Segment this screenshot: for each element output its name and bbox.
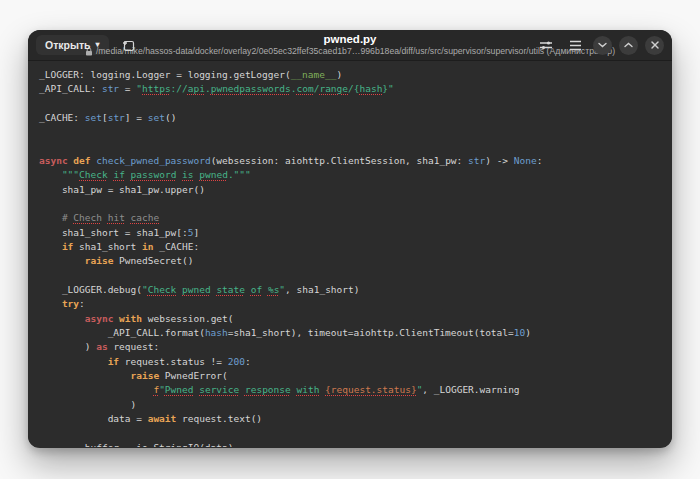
- code-line: _API_CALL.format(hash=sha1_short), timeo…: [39, 326, 672, 340]
- main-menu-icon: [569, 40, 582, 51]
- close-icon: [651, 41, 659, 49]
- code-line: ) as request:: [39, 340, 672, 354]
- code-line: [39, 197, 672, 211]
- window-title: pwned.py: [110, 33, 590, 46]
- code-line: async def check_pwned_password(websessio…: [39, 154, 672, 168]
- code-line: # Chech hit cache: [39, 211, 672, 225]
- code-line: _LOGGER.debug("Check pwned state of %s",…: [39, 283, 672, 297]
- code-line: if request.status != 200:: [39, 355, 672, 369]
- code-line: data = await request.text(): [39, 412, 672, 426]
- code-line: sha1_pw = sha1_pw.upper(): [39, 183, 672, 197]
- text-editor-window: Открыть ▾ pwned.py: [28, 30, 672, 448]
- code-line: _API_CALL: str = "https://api.pwnedpassw…: [39, 82, 672, 96]
- code-line: raise PwnedError(: [39, 369, 672, 383]
- code-line: raise PwnedSecret(): [39, 254, 672, 268]
- tab-new-icon: [122, 39, 135, 52]
- chevron-down-icon: ▾: [96, 41, 100, 49]
- minimize-button[interactable]: [593, 36, 612, 55]
- code-line: """Check if password is pwned.""": [39, 168, 672, 182]
- code-line: try:: [39, 297, 672, 311]
- code-lines: _LOGGER: logging.Logger = logging.getLog…: [39, 68, 672, 447]
- code-line: [39, 140, 672, 154]
- chevron-down-icon: [598, 42, 607, 48]
- code-line: _CACHE: set[str] = set(): [39, 111, 672, 125]
- headerbar-left: Открыть ▾: [36, 33, 141, 57]
- maximize-button[interactable]: [619, 36, 638, 55]
- code-line: [39, 125, 672, 139]
- code-line: _LOGGER: logging.Logger = logging.getLog…: [39, 68, 672, 82]
- open-button-label: Открыть: [45, 39, 91, 51]
- code-line: buffer = io.StringIO(data): [39, 441, 672, 447]
- code-line: if sha1_short in _CACHE:: [39, 240, 672, 254]
- headerbar-right: [535, 34, 664, 56]
- chevron-up-icon: [624, 42, 633, 48]
- tune-button[interactable]: [535, 34, 557, 56]
- close-button[interactable]: [645, 36, 664, 55]
- headerbar: Открыть ▾ pwned.py: [28, 30, 672, 61]
- code-editor[interactable]: _LOGGER: logging.Logger = logging.getLog…: [28, 61, 672, 447]
- new-tab-button[interactable]: [117, 33, 141, 57]
- main-menu-button[interactable]: [564, 34, 586, 56]
- code-line: async with websession.get(: [39, 312, 672, 326]
- code-line: sha1_short = sha1_pw[:5]: [39, 226, 672, 240]
- open-button[interactable]: Открыть ▾: [36, 35, 109, 55]
- window-subtitle: /media/mike/hassos-data/docker/overlay2/…: [110, 46, 590, 57]
- code-line: f"Pwned service response with {request.s…: [39, 383, 672, 397]
- code-line: ): [39, 398, 672, 412]
- window-title-group: pwned.py /media/mike/hassos-data/docker/…: [110, 33, 590, 57]
- code-line: [39, 426, 672, 440]
- tune-icon: [539, 39, 553, 51]
- code-line: [39, 97, 672, 111]
- code-line: [39, 269, 672, 283]
